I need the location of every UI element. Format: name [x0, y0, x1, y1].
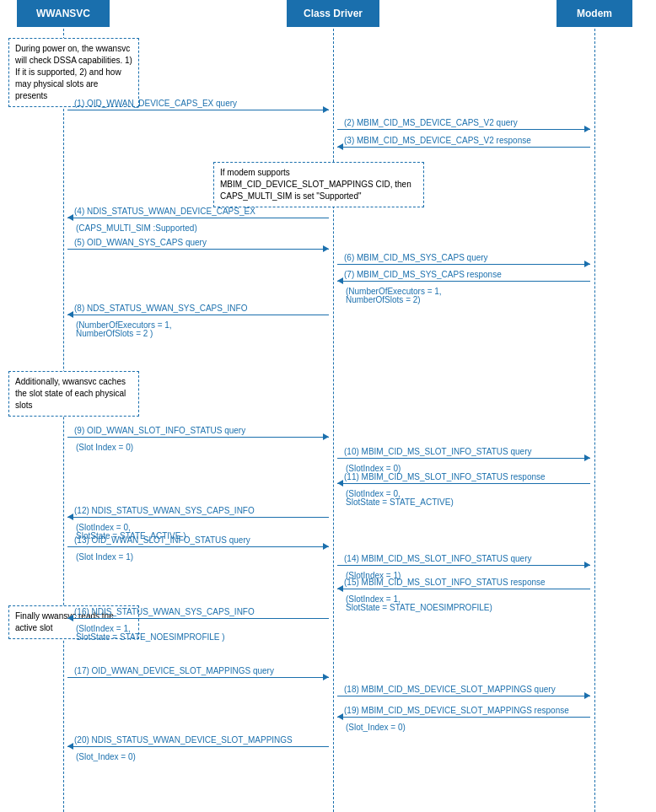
arrow-head-msg9a	[323, 433, 329, 440]
arrow-line-msg2	[337, 129, 590, 130]
arrow-label-msg13a: (13) OID_WWAN_SLOT_INFO_STATUS query	[74, 535, 250, 545]
arrow-label-msg11a: (11) MBIM_CID_MS_SLOT_INFO_STATUS respon…	[344, 472, 546, 481]
arrow-label-msg17: (17) OID_WWAN_DEVICE_SLOT_MAPPINGS query	[74, 666, 274, 675]
msg-label-msg11c: SlotState = STATE_ACTIVE)	[346, 497, 454, 507]
arrow-label-msg20a: (20) NDIS_STATUS_WWAN_DEVICE_SLOT_MAPPIN…	[74, 735, 293, 745]
arrow-line-msg20a	[67, 746, 329, 747]
arrow-line-msg16a	[67, 618, 329, 619]
msg-label-msg8c: NumberOfSlots = 2 )	[76, 329, 153, 338]
arrow-head-msg20a	[67, 743, 73, 750]
arrow-head-msg10a	[584, 454, 590, 461]
arrow-label-msg15a: (15) MBIM_CID_MS_SLOT_INFO_STATUS respon…	[344, 578, 546, 587]
msg-label-msg13b: (Slot Index = 1)	[76, 552, 133, 562]
msg-label-msg4b: (CAPS_MULTI_SIM :Supported)	[76, 223, 197, 233]
arrow-label-msg12a: (12) NDIS_STATUS_WWAN_SYS_CAPS_INFO	[74, 506, 255, 515]
arrow-label-msg9a: (9) OID_WWAN_SLOT_INFO_STATUS query	[74, 426, 245, 435]
arrow-label-msg10a: (10) MBIM_CID_MS_SLOT_INFO_STATUS query	[344, 447, 531, 456]
arrow-label-msg7a: (7) MBIM_CID_MS_SYS_CAPS response	[344, 270, 502, 279]
note-power-on: During power on, the wwansvc will check …	[8, 38, 139, 107]
arrow-line-msg6	[337, 264, 590, 265]
arrow-label-msg18: (18) MBIM_CID_MS_DEVICE_SLOT_MAPPINGS qu…	[344, 685, 556, 694]
arrow-label-msg3: (3) MBIM_CID_MS_DEVICE_CAPS_V2 response	[344, 136, 531, 145]
arrow-line-msg18	[337, 696, 590, 696]
arrow-head-msg11a	[337, 480, 343, 487]
arrow-head-msg6	[584, 261, 590, 267]
msg-label-msg15c: SlotState = STATE_NOESIMPROFILE)	[346, 603, 492, 612]
arrow-line-msg7a	[337, 281, 590, 282]
arrow-line-msg4a	[67, 218, 329, 218]
note-caches-slot: Additionally, wwansvc caches the slot st…	[8, 371, 139, 417]
arrow-label-msg4a: (4) NDIS_STATUS_WWAN_DEVICE_CAPS_EX	[74, 207, 255, 216]
msg-label-msg9b: (Slot Index = 0)	[76, 443, 133, 452]
arrow-label-msg8a: (8) NDS_STATUS_WWAN_SYS_CAPS_INFO	[74, 304, 247, 313]
arrow-line-msg14a	[337, 565, 590, 566]
msg-label-msg19b: (Slot_Index = 0)	[346, 723, 406, 732]
arrow-label-msg6: (6) MBIM_CID_MS_SYS_CAPS query	[344, 253, 488, 262]
header-wwansvc: WWANSVC	[17, 0, 110, 27]
msg-label-msg20b: (Slot_Index = 0)	[76, 752, 136, 761]
lifeline-classdriver	[333, 29, 334, 812]
arrow-head-msg8a	[67, 311, 73, 318]
msg-label-msg16c: SlotState = STATE_NOESIMPROFILE )	[76, 632, 225, 642]
arrow-head-msg17	[323, 674, 329, 680]
arrow-head-msg13a	[323, 543, 329, 550]
sequence-diagram: WWANSVC Class Driver Modem During power …	[0, 0, 656, 812]
arrow-line-msg11a	[337, 483, 590, 484]
header-modem: Modem	[557, 0, 632, 27]
arrow-head-msg16a	[67, 615, 73, 621]
arrow-label-msg16a: (16) NDIS_STATUS_WWAN_SYS_CAPS_INFO	[74, 607, 255, 616]
arrow-head-msg2	[584, 126, 590, 132]
note-modem-supports: If modem supports MBIM_CID_DEVICE_SLOT_M…	[213, 162, 424, 207]
msg-label-msg7c: NumberOfSlots = 2)	[346, 295, 421, 304]
arrow-head-msg5	[323, 245, 329, 252]
arrow-line-msg5	[67, 249, 329, 250]
lifeline-modem	[594, 29, 595, 812]
arrow-label-msg2: (2) MBIM_CID_MS_DEVICE_CAPS_V2 query	[344, 118, 518, 127]
arrow-head-msg18	[584, 692, 590, 699]
arrow-head-msg14a	[584, 562, 590, 568]
arrow-line-msg1	[67, 110, 329, 110]
arrow-head-msg7a	[337, 277, 343, 284]
arrow-label-msg14a: (14) MBIM_CID_MS_SLOT_INFO_STATUS query	[344, 554, 531, 563]
arrow-line-msg15a	[337, 589, 590, 589]
header-classdriver: Class Driver	[287, 0, 379, 27]
arrow-label-msg19a: (19) MBIM_CID_MS_DEVICE_SLOT_MAPPINGS re…	[344, 706, 569, 715]
arrow-line-msg12a	[67, 517, 329, 518]
arrow-line-msg8a	[67, 315, 329, 315]
arrow-head-msg15a	[337, 585, 343, 592]
arrow-label-msg5: (5) OID_WWAN_SYS_CAPS query	[74, 238, 207, 247]
arrow-line-msg3	[337, 147, 590, 148]
arrow-line-msg9a	[67, 437, 329, 438]
arrow-label-msg1: (1) OID_WWAN_DEVICE_CAPS_EX query	[74, 99, 237, 108]
arrow-line-msg17	[67, 677, 329, 678]
arrow-head-msg1	[323, 106, 329, 113]
arrow-line-msg19a	[337, 717, 590, 718]
arrow-head-msg4a	[67, 214, 73, 221]
arrow-line-msg13a	[67, 546, 329, 547]
lifeline-wwansvc	[63, 29, 64, 812]
arrow-line-msg10a	[337, 458, 590, 459]
arrow-head-msg12a	[67, 514, 73, 520]
arrow-head-msg3	[337, 143, 343, 150]
arrow-head-msg19a	[337, 713, 343, 720]
